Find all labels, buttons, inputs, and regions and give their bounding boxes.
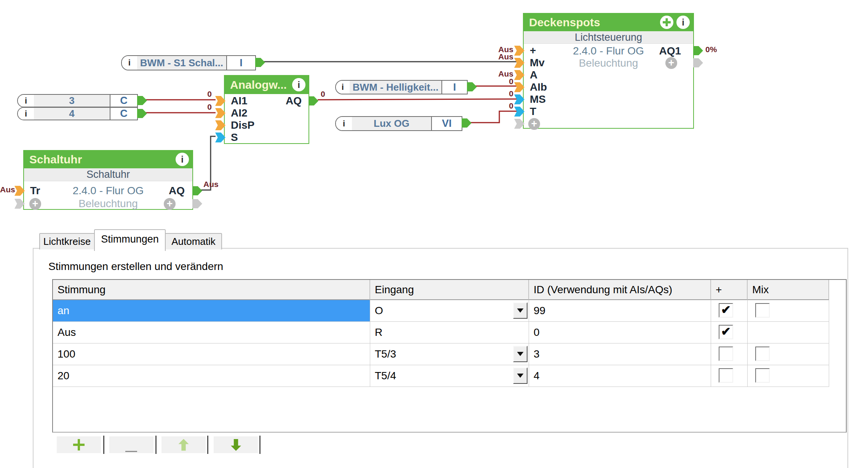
block-title: Analogw...	[230, 78, 287, 91]
plus-icon	[73, 439, 85, 450]
pin-aq: AQ	[169, 185, 185, 196]
cell-stimmung[interactable]: 20	[53, 365, 370, 387]
value-label-dk-t: 0	[491, 101, 513, 111]
panel-heading: Stimmungen erstellen und verändern	[48, 260, 223, 273]
cell-plus: ✔	[711, 322, 748, 343]
value-label-analog-aq: 0	[321, 89, 325, 99]
dropdown-button[interactable]	[513, 367, 528, 384]
plus-checkbox[interactable]	[719, 347, 733, 361]
cell-stimmung[interactable]: 100	[53, 343, 370, 365]
column-header-mix: Mix	[748, 280, 829, 300]
toolbar-separator	[103, 436, 104, 454]
dropdown-arrow-icon	[517, 352, 524, 356]
block-schaltuhr[interactable]: Schaltuhr i Schaltuhr Tr 2.4.0 - Flur OG…	[23, 150, 193, 210]
dropdown-arrow-icon	[517, 308, 524, 313]
block-title: Schaltuhr	[29, 153, 82, 166]
info-icon: i	[18, 95, 34, 107]
plus-checkbox[interactable]	[719, 368, 733, 383]
cell-stimmung[interactable]: an	[53, 300, 370, 322]
toolbar-separator	[207, 436, 208, 454]
cell-mix	[748, 300, 829, 322]
plus-checkbox[interactable]: ✔	[719, 303, 733, 318]
cell-id[interactable]: 99	[529, 300, 711, 322]
wire-analogaq-to-ms	[318, 99, 517, 100]
value-label-ai2: 0	[190, 102, 212, 112]
block-header: Schaltuhr i	[24, 151, 192, 168]
cell-id[interactable]: 4	[529, 365, 711, 387]
mix-checkbox[interactable]	[755, 303, 770, 318]
table-row: Aus R 0 ✔	[53, 322, 846, 343]
plus-checkbox[interactable]: ✔	[719, 325, 733, 339]
value-label-ai1: 0	[190, 89, 212, 99]
add-mood-button[interactable]	[57, 436, 101, 453]
column-header-eingang: Eingang	[370, 280, 529, 300]
toolbar-separator	[155, 436, 157, 454]
delete-mood-button[interactable]	[109, 436, 153, 453]
pin-s: S	[231, 132, 238, 143]
move-up-button[interactable]	[161, 436, 206, 453]
table-row: 20 T5/4 4	[53, 365, 846, 387]
cell-mix	[748, 322, 829, 343]
table-header-row: Stimmung Eingang ID (Verwendung mit AIs/…	[53, 280, 846, 300]
tab-automatik[interactable]: Automatik	[165, 233, 222, 249]
block-header: Analogw... i	[225, 76, 309, 94]
value-label-schaltuhr-aq: Aus	[203, 179, 219, 189]
add-input-icon[interactable]: +	[29, 198, 41, 210]
moods-table: Stimmung Eingang ID (Verwendung mit AIs/…	[52, 279, 847, 433]
dropdown-arrow-icon	[517, 374, 524, 378]
cell-stimmung[interactable]: Aus	[53, 322, 370, 343]
block-deckenspots[interactable]: Deckenspots i Lichtsteuerung + Mv A AIb …	[523, 13, 694, 129]
cell-eingang[interactable]: O	[370, 300, 529, 322]
block-group-label: Lichtsteuerung	[524, 31, 693, 44]
cell-mix	[748, 365, 829, 387]
cell-plus: ✔	[711, 300, 748, 322]
cell-eingang[interactable]: T5/4	[370, 365, 529, 387]
block-analogwatcher[interactable]: Analogw... i AI1 AI2 DisP S AQ	[224, 75, 309, 144]
info-icon[interactable]: i	[676, 16, 690, 29]
ref-bwm-helligkeit[interactable]: i BWM - Helligkeit... I	[335, 80, 468, 94]
mix-checkbox[interactable]	[755, 347, 770, 361]
pin-a: A	[530, 69, 537, 81]
pin-ai2: AI2	[231, 107, 248, 119]
loxone-config-page: Deckenspots i Lichtsteuerung + Mv A AIb …	[0, 0, 868, 468]
ref-3[interactable]: i 3 C	[17, 94, 138, 107]
column-header-plus: +	[711, 280, 748, 300]
dropdown-button[interactable]	[513, 302, 528, 319]
add-output-icon[interactable]: +	[164, 198, 176, 210]
cell-mix	[748, 343, 829, 365]
move-icon[interactable]	[660, 16, 673, 29]
cell-eingang[interactable]: R	[370, 322, 529, 343]
cell-plus	[711, 365, 748, 387]
value-label-dk-mv: Aus	[491, 52, 513, 62]
ref-4[interactable]: i 4 C	[17, 107, 138, 120]
ref-lux-og[interactable]: i Lux OG VI	[335, 116, 462, 131]
pin-aib: AIb	[530, 81, 547, 93]
mix-checkbox[interactable]	[755, 368, 770, 383]
tab-lichtkreise[interactable]: Lichtkreise	[39, 233, 95, 249]
info-icon[interactable]: i	[176, 153, 189, 166]
move-down-button[interactable]	[214, 436, 258, 453]
info-icon[interactable]: i	[292, 78, 305, 91]
ref-bwm-s1-schalter[interactable]: i BWM - S1 Schal... I	[121, 55, 256, 70]
cell-eingang[interactable]: T5/3	[370, 343, 529, 365]
column-header-id: ID (Verwendung mit AIs/AQs)	[529, 280, 711, 300]
cell-id[interactable]: 3	[529, 343, 711, 365]
toolbar-separator	[259, 436, 261, 454]
value-label-aq1: 0%	[705, 45, 717, 54]
info-icon: i	[336, 117, 352, 130]
cell-id[interactable]: 0	[529, 322, 711, 343]
arrow-down-icon	[231, 439, 241, 451]
ref-type: I	[226, 56, 255, 70]
value-label-dk-aib: 0	[491, 77, 513, 86]
info-icon: i	[18, 108, 34, 120]
add-input-icon[interactable]: +	[528, 118, 540, 130]
add-output-icon[interactable]: +	[665, 57, 677, 69]
tab-stimmungen[interactable]: Stimmungen	[94, 229, 166, 251]
dropdown-button[interactable]	[513, 346, 528, 362]
ref-type: I	[441, 81, 467, 94]
cell-plus	[711, 343, 748, 365]
arrow-up-icon	[179, 439, 189, 451]
block-group-label: Schaltuhr	[24, 168, 192, 181]
pin-t: T	[530, 106, 536, 117]
info-icon: i	[122, 56, 137, 70]
